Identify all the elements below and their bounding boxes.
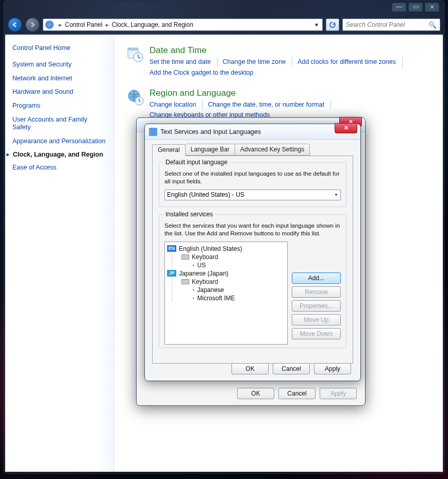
link-set-time-date[interactable]: Set the time and date xyxy=(150,57,218,67)
group-legend: Installed services xyxy=(163,211,215,218)
globe-clock-icon xyxy=(127,88,144,107)
chevron-right-icon: ▸ xyxy=(103,21,112,28)
chevron-down-icon: ▼ xyxy=(334,193,338,197)
sidebar: Control Panel Home System and Security N… xyxy=(5,35,114,472)
control-panel-icon xyxy=(45,21,54,29)
outer-dialog-buttons: OK Cancel Apply xyxy=(237,388,357,399)
search-icon: 🔍 xyxy=(428,21,437,29)
window-close-button[interactable]: ✕ xyxy=(425,3,439,12)
dialog-close-button[interactable]: ✕ xyxy=(335,123,357,133)
tab-panel-general: Default input language Select one of the… xyxy=(152,156,353,364)
window-caption-buttons: — ▭ ✕ xyxy=(392,3,439,12)
tree-item-us-layout[interactable]: US xyxy=(193,262,285,269)
breadcrumb-dropdown-icon[interactable]: ▾ xyxy=(313,21,320,28)
tree-item-keyboard[interactable]: Keyboard xyxy=(181,253,285,261)
group-legend: Default input language xyxy=(163,159,229,166)
link-add-clock-gadget[interactable]: Add the Clock gadget to the desktop xyxy=(150,68,260,78)
link-change-location[interactable]: Change location xyxy=(150,100,203,110)
en-badge-icon: EN xyxy=(167,245,176,252)
sidebar-item-clock-language-region[interactable]: Clock, Language, and Region xyxy=(12,151,107,158)
jp-badge-icon: JP xyxy=(167,270,176,277)
add-button[interactable]: Add... xyxy=(292,272,341,284)
keyboard-icon xyxy=(181,279,189,284)
sidebar-item-hardware-sound[interactable]: Hardware and Sound xyxy=(12,88,107,96)
forward-button[interactable] xyxy=(25,18,40,32)
sidebar-item-system-security[interactable]: System and Security xyxy=(12,61,107,69)
default-input-language-group: Default input language Select one of the… xyxy=(159,162,346,207)
refresh-button[interactable] xyxy=(326,19,339,31)
category-region-language: Region and Language Change location Chan… xyxy=(127,88,430,122)
outer-apply-button[interactable]: Apply xyxy=(320,388,357,399)
remove-button[interactable]: Remove xyxy=(292,286,341,298)
apply-button[interactable]: Apply xyxy=(314,363,351,374)
sidebar-item-network-internet[interactable]: Network and Internet xyxy=(12,75,107,83)
search-box[interactable]: 🔍 xyxy=(342,19,440,31)
text-services-dialog: Text Services and Input Languages ✕ Gene… xyxy=(144,124,361,381)
tree-item-japanese-layout[interactable]: Japanese xyxy=(193,286,285,294)
move-down-button[interactable]: Move Down xyxy=(292,328,341,339)
breadcrumb-clock-language-region[interactable]: Clock, Language, and Region xyxy=(112,21,193,28)
dialog-buttons: OK Cancel Apply xyxy=(231,363,351,374)
tab-advanced-key-settings[interactable]: Advanced Key Settings xyxy=(235,144,310,156)
region-language-heading[interactable]: Region and Language xyxy=(150,88,430,98)
tab-language-bar[interactable]: Language Bar xyxy=(185,144,235,156)
tree-item-english[interactable]: EN English (United States) xyxy=(167,245,285,252)
tab-general[interactable]: General xyxy=(152,144,186,156)
tree-label: Keyboard xyxy=(192,278,218,285)
tree-item-microsoft-ime[interactable]: Microsoft IME xyxy=(193,295,285,302)
outer-ok-button[interactable]: OK xyxy=(237,388,274,399)
search-input[interactable] xyxy=(346,21,428,28)
services-button-column: Add... Remove Properties... Move Up Move… xyxy=(292,242,341,345)
back-button[interactable] xyxy=(8,18,22,32)
link-add-clocks[interactable]: Add clocks for different time zones xyxy=(297,57,403,67)
tree-label: Japanese xyxy=(197,286,224,294)
outer-cancel-button[interactable]: Cancel xyxy=(278,388,316,399)
sidebar-item-programs[interactable]: Programs xyxy=(12,102,107,110)
default-language-combo[interactable]: English (United States) - US ▼ xyxy=(164,190,341,200)
breadcrumb-control-panel[interactable]: Control Panel xyxy=(65,21,103,28)
maximize-button[interactable]: ▭ xyxy=(408,3,423,12)
link-change-time-zone[interactable]: Change the time zone xyxy=(223,57,292,67)
group-description: Select the services that you want for ea… xyxy=(164,222,341,237)
tree-item-japanese[interactable]: JP Japanese (Japan) xyxy=(167,270,285,277)
keyboard-icon xyxy=(181,254,189,260)
sidebar-item-label: Clock, Language, and Region xyxy=(13,151,103,158)
group-description: Select one of the installed input langua… xyxy=(164,170,341,185)
properties-button[interactable]: Properties... xyxy=(292,300,341,312)
tab-strip: General Language Bar Advanced Key Settin… xyxy=(152,144,353,156)
minimize-button[interactable]: — xyxy=(392,3,406,12)
sidebar-item-appearance[interactable]: Appearance and Personalization xyxy=(12,138,107,146)
combo-selected-value: English (United States) - US xyxy=(167,191,244,198)
move-up-button[interactable]: Move Up xyxy=(292,314,341,326)
sidebar-item-user-accounts[interactable]: User Accounts and Family Safety xyxy=(12,116,107,132)
tree-label: US xyxy=(197,262,206,269)
tree-label: English (United States) xyxy=(179,245,242,252)
cancel-button[interactable]: Cancel xyxy=(273,363,310,374)
dialog-titlebar[interactable]: Text Services and Input Languages ✕ xyxy=(145,124,360,140)
input-languages-icon xyxy=(149,128,157,136)
chevron-right-icon: ▸ xyxy=(56,21,65,28)
breadcrumb[interactable]: ▸ Control Panel ▸ Clock, Language, and R… xyxy=(43,19,323,31)
tree-label: Japanese (Japan) xyxy=(179,270,228,277)
dialog-title: Text Services and Input Languages xyxy=(160,128,261,135)
installed-services-group: Installed services Select the services t… xyxy=(159,214,346,348)
tree-item-keyboard[interactable]: Keyboard xyxy=(181,278,285,285)
svg-rect-1 xyxy=(128,48,138,50)
ok-button[interactable]: OK xyxy=(231,363,269,374)
clock-calendar-icon xyxy=(127,45,144,64)
tree-label: Microsoft IME xyxy=(197,295,235,302)
sidebar-item-ease-of-access[interactable]: Ease of Access xyxy=(12,164,107,172)
category-date-time: Date and Time Set the time and date Chan… xyxy=(127,45,430,79)
control-panel-home-link[interactable]: Control Panel Home xyxy=(12,44,107,52)
tree-label: Keyboard xyxy=(192,253,218,261)
date-time-heading[interactable]: Date and Time xyxy=(150,45,430,56)
address-bar-row: ▸ Control Panel ▸ Clock, Language, and R… xyxy=(8,17,440,32)
link-change-formats[interactable]: Change the date, time, or number format xyxy=(208,100,331,110)
installed-services-tree[interactable]: EN English (United States) Keyboard US J… xyxy=(164,242,288,345)
